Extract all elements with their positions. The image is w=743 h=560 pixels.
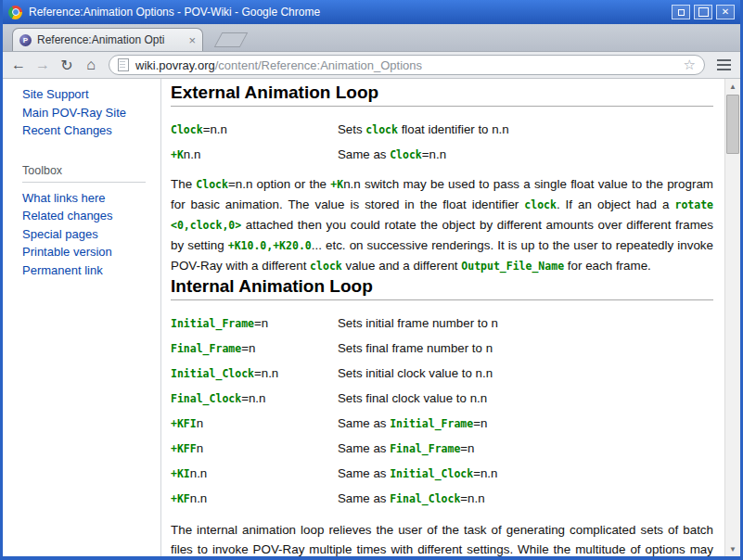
close-button[interactable]: ✕: [716, 5, 735, 19]
sidebar-link-printable-version[interactable]: Printable version: [22, 243, 160, 261]
option-description: Same as Initial_Clock=n.n: [338, 465, 713, 482]
code-link[interactable]: clock: [310, 260, 342, 273]
option-description: Sets initial clock value to n.n: [338, 365, 713, 382]
option-term[interactable]: Final_Frame=n: [171, 340, 338, 357]
minimize-icon: [678, 9, 685, 16]
page-content: Site Support Main POV-Ray Site Recent Ch…: [3, 79, 740, 556]
code-link[interactable]: clock: [365, 123, 398, 136]
definition-list: Clock=n.n Sets clock float identifier to…: [171, 121, 713, 163]
vertical-scrollbar[interactable]: ▲ ▼: [724, 79, 740, 556]
option-term[interactable]: +KFFn: [171, 440, 338, 457]
code-link[interactable]: +K: [171, 148, 184, 161]
code-link[interactable]: Final_Frame: [390, 442, 460, 455]
code-link[interactable]: Clock: [390, 148, 422, 161]
browser-window: Reference:Animation Options - POV-Wiki -…: [0, 0, 743, 560]
toolbox-heading: Toolbox: [22, 164, 146, 183]
table-row: +KIn.n Same as Initial_Clock=n.n: [171, 465, 713, 482]
url-host: wiki.povray.org: [135, 58, 215, 72]
code-link[interactable]: clock: [524, 198, 557, 211]
window-title: Reference:Animation Options - POV-Wiki -…: [29, 6, 665, 19]
code-link[interactable]: +K: [330, 178, 343, 191]
option-term[interactable]: Final_Clock=n.n: [171, 390, 338, 407]
menu-button[interactable]: [711, 55, 736, 75]
option-description: Sets clock float identifier to n.n: [338, 121, 713, 138]
scroll-up-icon[interactable]: ▲: [725, 79, 740, 94]
code-link[interactable]: Final_Clock: [390, 492, 460, 505]
option-description: Sets initial frame number to n: [338, 315, 713, 332]
table-row: Initial_Frame=n Sets initial frame numbe…: [171, 315, 713, 332]
code-link[interactable]: Initial_Clock: [390, 467, 473, 480]
address-bar[interactable]: wiki.povray.org/content/Reference:Animat…: [109, 55, 705, 75]
option-term[interactable]: +KFIn: [171, 415, 338, 432]
url-text: wiki.povray.org/content/Reference:Animat…: [135, 58, 422, 72]
window-titlebar: Reference:Animation Options - POV-Wiki -…: [3, 0, 740, 24]
code-link[interactable]: +K10.0,+K20.0: [228, 239, 312, 252]
browser-tab[interactable]: P Reference:Animation Opti ×: [12, 28, 203, 51]
code-link[interactable]: rotate <0,clock,0>: [171, 198, 713, 232]
table-row: Final_Clock=n.n Sets final clock value t…: [171, 390, 713, 407]
section-heading-external-animation-loop: External Animation Loop: [171, 83, 713, 107]
sidebar-gap: [22, 140, 160, 164]
browser-toolbar: ← → ↻ ⌂ wiki.povray.org/content/Referenc…: [3, 52, 740, 79]
code-link[interactable]: +KFF: [171, 442, 197, 455]
article-content: External Animation Loop Clock=n.n Sets c…: [160, 79, 724, 556]
minimize-button[interactable]: [672, 5, 690, 19]
option-term[interactable]: Clock=n.n: [171, 121, 338, 138]
option-term[interactable]: Initial_Frame=n: [171, 315, 338, 332]
table-row: +KFn.n Same as Final_Clock=n.n: [171, 490, 713, 507]
sidebar-link-site-support[interactable]: Site Support: [22, 85, 160, 104]
table-row: Final_Frame=n Sets final frame number to…: [171, 340, 713, 357]
code-link[interactable]: Clock: [171, 123, 203, 136]
code-link[interactable]: Initial_Clock: [171, 367, 254, 380]
option-term[interactable]: +KFn.n: [171, 490, 338, 507]
forward-button[interactable]: →: [32, 54, 54, 76]
page-icon: [118, 58, 129, 71]
povray-favicon-icon: P: [19, 34, 32, 46]
option-term[interactable]: +KIn.n: [171, 465, 338, 482]
option-description: Same as Final_Clock=n.n: [338, 490, 713, 507]
option-term[interactable]: +Kn.n: [171, 146, 338, 163]
table-row: +Kn.n Same as Clock=n.n: [171, 146, 713, 163]
option-description: Same as Initial_Frame=n: [338, 415, 713, 432]
tab-close-icon[interactable]: ×: [188, 33, 196, 47]
option-term[interactable]: Initial_Clock=n.n: [171, 365, 338, 382]
sidebar-link-main-povray-site[interactable]: Main POV-Ray Site: [22, 104, 160, 122]
bookmark-star-icon[interactable]: ☆: [684, 57, 696, 73]
table-row: Initial_Clock=n.n Sets initial clock val…: [171, 365, 713, 382]
code-link[interactable]: Final_Frame: [171, 342, 241, 355]
code-link[interactable]: Final_Clock: [171, 392, 241, 405]
reload-button[interactable]: ↻: [56, 54, 78, 76]
code-link[interactable]: +KF: [171, 492, 190, 505]
sidebar-link-special-pages[interactable]: Special pages: [22, 225, 160, 244]
section-heading-internal-animation-loop: Internal Animation Loop: [171, 276, 713, 300]
sidebar-link-related-changes[interactable]: Related changes: [22, 207, 160, 225]
scrollbar-thumb[interactable]: [726, 95, 739, 154]
option-description: Sets final clock value to n.n: [338, 390, 713, 407]
maximize-icon: [698, 7, 709, 17]
back-button[interactable]: ←: [7, 54, 30, 76]
menu-icon: [717, 64, 731, 66]
tab-strip: P Reference:Animation Opti ×: [3, 24, 740, 52]
definition-list: Initial_Frame=n Sets initial frame numbe…: [171, 315, 713, 507]
home-button[interactable]: ⌂: [80, 54, 102, 76]
code-link[interactable]: Initial_Frame: [390, 417, 473, 430]
code-link[interactable]: +KI: [171, 467, 190, 480]
table-row: +KFFn Same as Final_Frame=n: [171, 440, 713, 457]
url-path: /content/Reference:Animation_Options: [215, 58, 422, 72]
code-link[interactable]: Output_File_Name: [461, 260, 564, 273]
option-description: Same as Final_Frame=n: [338, 440, 713, 457]
maximize-button[interactable]: [694, 5, 712, 19]
code-link[interactable]: Initial_Frame: [171, 317, 254, 330]
code-link[interactable]: +KFI: [171, 417, 197, 430]
paragraph: The Clock=n.n option or the +Kn.n switch…: [171, 174, 713, 276]
tab-title: Reference:Animation Opti: [37, 33, 183, 46]
sidebar-link-permanent-link[interactable]: Permanent link: [22, 261, 160, 280]
scroll-down-icon[interactable]: ▼: [725, 541, 740, 556]
sidebar-link-recent-changes[interactable]: Recent Changes: [22, 121, 160, 140]
code-link[interactable]: Clock: [196, 178, 228, 191]
chrome-logo-icon: [8, 6, 22, 19]
table-row: Clock=n.n Sets clock float identifier to…: [171, 121, 713, 138]
new-tab-button[interactable]: [214, 32, 249, 47]
sidebar-link-what-links-here[interactable]: What links here: [22, 189, 160, 208]
window-controls: ✕: [672, 5, 735, 19]
